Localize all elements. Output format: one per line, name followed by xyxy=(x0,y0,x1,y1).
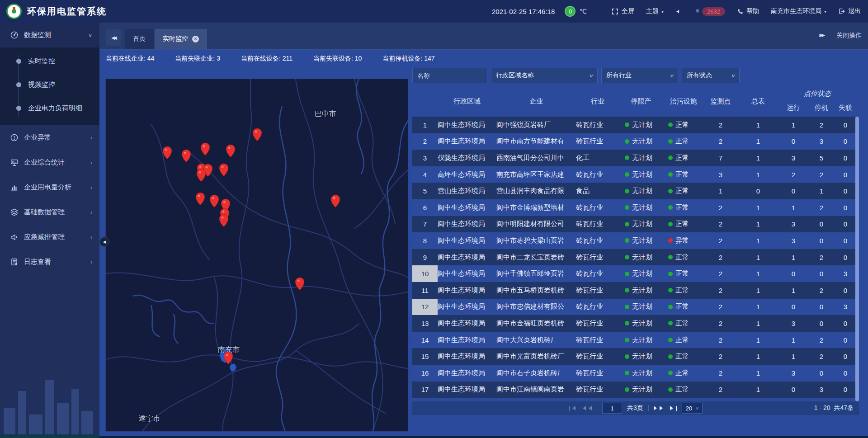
region-filter-select[interactable]: 行政区域名称∨ xyxy=(491,68,598,83)
cell-monitor-count: 2 xyxy=(704,133,737,150)
map-marker[interactable] xyxy=(196,169,206,184)
tab-scroll-right-button[interactable]: ▶▶ xyxy=(820,33,824,38)
cell-run-count: 2 xyxy=(779,166,807,183)
table-row[interactable]: 16阆中生态环境局阆中市石子页岩机砖厂砖瓦行业无计划正常21300 xyxy=(412,365,855,381)
map-marker[interactable] xyxy=(226,144,236,160)
map-marker[interactable] xyxy=(252,128,262,143)
name-filter-input[interactable] xyxy=(412,68,487,83)
table-row[interactable]: 12阆中生态环境局阆中市忠信建材有限公砖瓦行业无计划正常21003 xyxy=(412,299,855,316)
app-logo-icon xyxy=(6,4,22,19)
table-row[interactable]: 7阆中生态环境局阆中明阳建材有限公司砖瓦行业无计划正常21300 xyxy=(412,216,855,233)
fullscreen-icon xyxy=(611,8,619,15)
table-row[interactable]: 4高坪生态环境局南充市高坪区王家店建砖瓦行业无计划正常31220 xyxy=(412,166,855,183)
map-marker[interactable] xyxy=(223,351,233,367)
cell-run-count: 1 xyxy=(779,348,807,365)
cell-region: 高坪生态环境局 xyxy=(438,166,496,183)
cell-monitor-count: 2 xyxy=(704,315,737,332)
map-marker[interactable] xyxy=(295,277,305,292)
table-row[interactable]: 17阆中生态环境局阆中市江南镇阆南页岩砖瓦行业无计划正常21030 xyxy=(412,381,855,398)
table-row[interactable]: 1阆中生态环境局阆中强锐页岩砖厂砖瓦行业无计划正常21120 xyxy=(412,117,855,133)
map-marker[interactable] xyxy=(195,192,205,207)
mute-button[interactable] xyxy=(675,8,682,15)
cell-region: 阆中生态环境局 xyxy=(438,232,496,249)
row-index: 15 xyxy=(412,348,438,365)
help-button[interactable]: 帮助 xyxy=(737,7,759,15)
table-row[interactable]: 8阆中生态环境局阆中市枣碧大梁山页岩砖瓦行业无计划异常21300 xyxy=(412,232,855,249)
sidebar-item-power-analysis[interactable]: 企业用电量分析‹ xyxy=(0,175,99,200)
cell-company: 阆中市光富页岩机砖厂 xyxy=(496,348,576,365)
cell-run-count: 3 xyxy=(779,315,807,332)
cell-facility-status: 正常 xyxy=(663,332,704,349)
tab-close-icon[interactable]: ✕ xyxy=(192,36,199,42)
table-row[interactable]: 3仪陇生态环境局西南油气田分公司川中化工无计划正常71350 xyxy=(412,150,855,166)
table-row[interactable]: 18南部生态环境局南部县砚华小河有限公建材加工无计划正常60050 xyxy=(412,398,855,401)
sidebar-menu: 数据监测∨实时监控视频监控企业电力负荷明细企业异常‹企业综合统计‹企业用电量分析… xyxy=(0,23,99,274)
tab-realtime-monitor[interactable]: 实时监控✕ xyxy=(155,29,207,49)
notifications-button[interactable]: 2632 xyxy=(694,7,725,16)
table-scrollbar[interactable] xyxy=(855,117,859,401)
cell-facility-status: 正常 xyxy=(663,348,704,365)
cell-stop-count: 2 xyxy=(807,282,835,299)
sidebar-item-enterprise-stats[interactable]: 企业综合统计‹ xyxy=(0,150,99,175)
logout-button[interactable]: 退出 xyxy=(838,7,861,15)
map-marker[interactable] xyxy=(209,194,219,210)
next-page-button[interactable] xyxy=(654,406,665,410)
table-row[interactable]: 6阆中生态环境局阆中市金博瑞新型墙材砖瓦行业无计划正常21120 xyxy=(412,199,855,216)
theme-menu[interactable]: 主题 ▾ xyxy=(646,7,664,15)
status-filter-select[interactable]: 所有状态∨ xyxy=(682,68,740,83)
log-icon xyxy=(10,258,19,266)
table-row[interactable]: 5营山生态环境局营山县润丰肉食品有限食品无计划正常10010 xyxy=(412,183,855,199)
cell-stop-count: 2 xyxy=(807,348,835,365)
close-operations-button[interactable]: 关闭操作 xyxy=(836,32,862,40)
map-marker[interactable] xyxy=(200,142,210,158)
status-dot-icon xyxy=(625,288,629,292)
pagination-bar: 共3页 20∨ 1 - 20 共47条 xyxy=(412,401,859,415)
map-marker[interactable] xyxy=(330,194,340,210)
org-menu[interactable]: 南充市生态环境局 ▾ xyxy=(771,7,826,15)
row-index: 8 xyxy=(412,232,438,249)
table-row[interactable]: 11阆中生态环境局阆中市五马桥页岩机砖砖瓦行业无计划正常21120 xyxy=(412,282,855,299)
status-dot-icon xyxy=(668,222,673,226)
table-row[interactable]: 13阆中生态环境局阆中市金福旺页岩机砖砖瓦行业无计划正常21300 xyxy=(412,315,855,332)
tab-home[interactable]: 首页 xyxy=(125,29,154,49)
cell-facility-status: 正常 xyxy=(663,299,704,316)
column-header: 失联 xyxy=(835,99,855,117)
first-page-button[interactable] xyxy=(569,406,576,411)
map-marker[interactable] xyxy=(219,163,229,179)
sidebar-item-emergency-reduction[interactable]: 应急减排管理‹ xyxy=(0,225,99,250)
map-marker[interactable] xyxy=(162,146,172,161)
sidebar-item-enterprise-abnormal[interactable]: 企业异常‹ xyxy=(0,125,99,150)
table-row[interactable]: 14阆中生态环境局阆中大兴页岩机砖厂砖瓦行业无计划正常21120 xyxy=(412,332,855,349)
table-row[interactable]: 2阆中生态环境局阆中市南方节能建材有砖瓦行业无计划正常21030 xyxy=(412,133,855,150)
prev-page-button[interactable] xyxy=(580,406,592,410)
cell-monitor-count: 2 xyxy=(704,117,737,133)
page-input[interactable] xyxy=(602,403,622,414)
cell-stop-count: 2 xyxy=(807,199,835,216)
cell-monitor-count: 3 xyxy=(704,166,737,183)
cell-total-meter: 1 xyxy=(737,299,779,316)
map-panel[interactable]: 巴中市南充市遂宁市 xyxy=(105,79,408,432)
sidebar-subitem-realtime-monitor[interactable]: 实时监控 xyxy=(0,49,99,73)
table-row[interactable]: 15阆中生态环境局阆中市光富页岩机砖厂砖瓦行业无计划正常21120 xyxy=(412,348,855,365)
cell-stop-count: 0 xyxy=(807,232,835,249)
tab-scroll-left-button[interactable]: ◀◀ xyxy=(106,29,121,46)
table-row[interactable]: 9阆中生态环境局阆中市二龙长宝页岩砖砖瓦行业无计划正常21120 xyxy=(412,249,855,266)
row-index: 10 xyxy=(412,265,438,282)
chevron-down-icon: ▾ xyxy=(824,9,826,14)
status-dot-icon xyxy=(625,122,629,127)
sidebar-item-base-data[interactable]: 基础数据管理‹ xyxy=(0,200,99,225)
cell-company: 阆中大兴页岩机砖厂 xyxy=(496,332,576,349)
table-row[interactable]: 10阆中生态环境局阆中千佛镇五郎垭页岩砖瓦行业无计划正常21003 xyxy=(412,265,855,282)
map-marker[interactable] xyxy=(219,214,229,229)
sidebar-item-data-monitor[interactable]: 数据监测∨ xyxy=(0,23,99,47)
sidebar-item-log-view[interactable]: 日志查看‹ xyxy=(0,250,99,274)
sidebar-subitem-video-monitor[interactable]: 视频监控 xyxy=(0,73,99,96)
page-size-select[interactable]: 20∨ xyxy=(682,403,703,414)
cell-limit-status: 无计划 xyxy=(619,133,663,150)
fullscreen-button[interactable]: 全屏 xyxy=(611,7,634,15)
map-marker[interactable] xyxy=(181,149,191,165)
industry-filter-select[interactable]: 所有行业∨ xyxy=(601,68,678,83)
last-page-button[interactable] xyxy=(670,406,677,411)
collapse-map-button[interactable]: ◀ xyxy=(99,237,109,247)
sidebar-subitem-power-load-detail[interactable]: 企业电力负荷明细 xyxy=(0,96,99,120)
